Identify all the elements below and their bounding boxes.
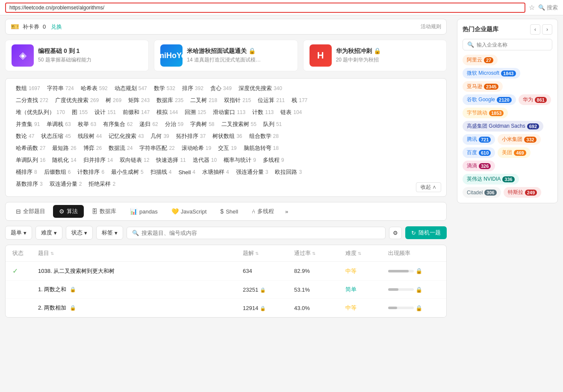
tag-item[interactable]: 状态压缩 45 xyxy=(38,132,74,141)
tag-item[interactable]: 数据流 24 xyxy=(105,143,136,153)
tag-item[interactable]: 滑动窗口 113 xyxy=(209,108,249,117)
prev-arrow[interactable]: ‹ xyxy=(530,24,540,35)
tab-javascript[interactable]: 💛JavaScript xyxy=(165,205,213,217)
company-tag[interactable]: 高盛集团 Goldman Sachs692 xyxy=(463,121,543,132)
tag-item[interactable]: 水塘抽样 4 xyxy=(199,167,233,177)
company-tag[interactable]: 谷歌 Google2120 xyxy=(463,94,516,105)
tag-item[interactable]: 二叉搜索树 55 xyxy=(218,120,260,129)
tag-item[interactable]: 并查集 91 xyxy=(12,120,43,129)
tag-item[interactable]: 双向链表 12 xyxy=(116,155,153,165)
tag-item[interactable]: 双指针 215 xyxy=(221,96,254,105)
problem-title-1038[interactable]: 1038. 从二叉搜索树到更大和树 xyxy=(38,267,243,275)
tag-item[interactable]: Shell 4 xyxy=(175,168,199,176)
company-search-input[interactable] xyxy=(477,42,548,48)
filter-status[interactable]: 状态 ▾ xyxy=(66,226,93,240)
supplement-rules[interactable]: 活动规则 xyxy=(421,23,441,30)
tag-item[interactable]: 单调队列 16 xyxy=(12,155,49,165)
tag-item[interactable]: 递归 62 xyxy=(136,120,161,129)
tag-item[interactable]: 栈 177 xyxy=(288,96,311,105)
tag-item[interactable]: 位运算 211 xyxy=(254,96,288,105)
gear-button[interactable]: ⚙ xyxy=(389,227,402,239)
company-tag[interactable]: 亚马逊2345 xyxy=(463,81,503,92)
tag-item[interactable]: 归并排序 14 xyxy=(80,155,116,165)
tag-item[interactable]: 交互 19 xyxy=(215,143,240,153)
tag-item[interactable]: 字典树 58 xyxy=(187,120,218,129)
tag-item[interactable]: 数组 1697 xyxy=(12,84,44,93)
company-tag[interactable]: 小米集团332 xyxy=(498,134,540,145)
tag-item[interactable]: 计数排序 6 xyxy=(74,167,108,177)
filter-tag[interactable]: 标签 ▾ xyxy=(96,226,123,240)
tag-item[interactable]: 分治 59 xyxy=(162,120,187,129)
tag-item[interactable]: 脑筋急转弯 18 xyxy=(240,143,282,153)
sort-icon-passrate[interactable]: ⇅ xyxy=(312,251,315,256)
tag-item[interactable]: 迭代器 10 xyxy=(189,155,220,165)
tag-item[interactable]: 博弈 26 xyxy=(80,143,105,153)
sort-icon-difficulty[interactable]: ⇅ xyxy=(358,251,361,256)
tag-item[interactable]: 单调栈 63 xyxy=(43,120,74,129)
company-tag[interactable]: 滴滴326 xyxy=(463,161,495,171)
filter-list[interactable]: 题单 ▾ xyxy=(5,226,32,240)
company-tag[interactable]: 特斯拉249 xyxy=(504,187,541,198)
next-arrow[interactable]: › xyxy=(542,24,552,35)
tag-item[interactable]: 多线程 9 xyxy=(259,155,288,165)
tag-item[interactable]: 最小生成树 5 xyxy=(108,167,147,177)
tag-item[interactable]: 二叉树 218 xyxy=(187,96,221,105)
tag-item[interactable]: 模拟 144 xyxy=(153,108,181,117)
tag-item[interactable]: 数据库 235 xyxy=(153,96,187,105)
tag-item[interactable]: 概率与统计 9 xyxy=(220,155,259,165)
company-tag[interactable]: 华为861 xyxy=(519,94,551,105)
tag-item[interactable]: 拒绝采样 2 xyxy=(85,179,119,189)
tabs-more-button[interactable]: » xyxy=(282,206,292,217)
tag-item[interactable]: 堆（优先队列） 170 xyxy=(12,108,68,117)
company-tag[interactable]: 美团469 xyxy=(498,147,530,158)
tag-item[interactable]: 后缀数组 6 xyxy=(41,167,74,177)
company-tag[interactable]: 微软 Microsoft1843 xyxy=(463,68,520,79)
course-card-2[interactable]: miHoYo 米哈游秋招面试题通关 🔒 14 道真题打造沉浸式笔面试模… xyxy=(154,40,298,71)
tag-item[interactable]: 计数 113 xyxy=(249,108,277,117)
tag-item[interactable]: 字符串匹配 22 xyxy=(136,143,178,153)
sort-icon-title[interactable]: ⇅ xyxy=(50,251,54,256)
course-card-1[interactable]: ◈ 编程基础 0 到 1 50 题掌握基础编程能力 xyxy=(5,40,149,71)
tab-pandas[interactable]: 📊pandas xyxy=(124,205,164,217)
sort-icon-solutions[interactable]: ⇅ xyxy=(255,251,259,256)
tab-all[interactable]: ⊟全部题目 xyxy=(10,205,51,218)
tag-item[interactable]: 设计 151 xyxy=(91,108,119,117)
tag-item[interactable]: 双连通分量 2 xyxy=(46,179,85,189)
tag-item[interactable]: 矩阵 243 xyxy=(125,96,153,105)
tag-item[interactable]: 随机化 14 xyxy=(49,155,80,165)
tag-item[interactable]: 前缀和 147 xyxy=(119,108,153,117)
company-tag[interactable]: Citadel306 xyxy=(463,187,501,198)
supplement-link[interactable]: 兑换 xyxy=(51,23,62,31)
tag-item[interactable]: 记忆化搜索 43 xyxy=(105,132,147,141)
url-bar[interactable] xyxy=(5,3,525,13)
company-tag[interactable]: 百度610 xyxy=(463,147,495,158)
company-tag[interactable]: 腾讯721 xyxy=(463,134,495,145)
tag-item[interactable]: 队列 51 xyxy=(260,120,285,129)
tag-item[interactable]: 线段树 44 xyxy=(74,132,105,141)
company-tag[interactable]: 阿里云27 xyxy=(463,55,498,65)
tag-item[interactable]: 链表 104 xyxy=(277,108,305,117)
tag-item[interactable]: 深度优先搜索 340 xyxy=(235,84,286,93)
tag-item[interactable]: 贪心 349 xyxy=(207,84,235,93)
filter-difficulty[interactable]: 难度 ▾ xyxy=(35,226,62,240)
tag-item[interactable]: 强连通分量 3 xyxy=(233,167,272,177)
tag-item[interactable]: 树状数组 36 xyxy=(209,132,245,141)
random-button[interactable]: ↻ 随机一题 xyxy=(405,226,447,239)
tag-item[interactable]: 排序 392 xyxy=(179,84,207,93)
tag-item[interactable]: 树 269 xyxy=(102,96,125,105)
tag-item[interactable]: 拓扑排序 37 xyxy=(173,132,209,141)
tag-item[interactable]: 图 155 xyxy=(68,108,91,117)
tag-item[interactable]: 哈希函数 27 xyxy=(12,143,49,153)
tab-algorithm[interactable]: ⚙算法 xyxy=(53,205,84,218)
tab-database[interactable]: 🗄数据库 xyxy=(85,205,122,218)
tag-item[interactable]: 数论 47 xyxy=(12,132,38,141)
tag-item[interactable]: 几何 39 xyxy=(147,132,172,141)
company-tag[interactable]: 英伟达 NVIDIA336 xyxy=(463,174,519,184)
tag-item[interactable]: 广度优先搜索 269 xyxy=(52,96,102,105)
tag-item[interactable]: 有序集合 62 xyxy=(100,120,136,129)
tag-item[interactable]: 哈希表 592 xyxy=(77,84,111,93)
tag-item[interactable]: 字符串 724 xyxy=(44,84,77,93)
tag-item[interactable]: 最短路 26 xyxy=(49,143,80,153)
tag-item[interactable]: 滚动哈希 19 xyxy=(178,143,215,153)
tag-item[interactable]: 组合数学 28 xyxy=(246,132,282,141)
